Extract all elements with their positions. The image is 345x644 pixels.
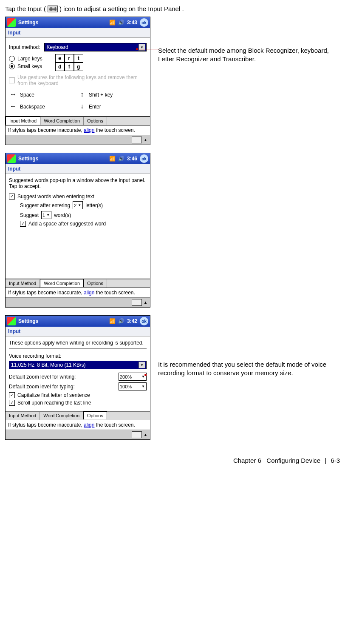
tab-input-method[interactable]: Input Method — [6, 279, 40, 288]
keycap-r: r — [65, 54, 74, 63]
tab-options[interactable]: Options — [83, 411, 107, 419]
label-letters: letter(s) — [85, 202, 103, 208]
label-voice-format: Voice recording format: — [9, 353, 147, 359]
start-icon[interactable] — [7, 18, 16, 27]
tab-bar: Input Method Word Completion Options — [6, 411, 150, 420]
hint-bar: If stylus taps become inaccurate, align … — [6, 420, 150, 430]
keycap-d: d — [55, 63, 65, 71]
tab-word-completion[interactable]: Word Completion — [40, 279, 84, 287]
chevron-down-icon: ▼ — [139, 362, 145, 368]
label-suggest-n: Suggest — [20, 212, 39, 218]
device-screenshot-2: Settings 📶 🔊 3:46 ok Input Suggested wor… — [5, 153, 150, 308]
volume-icon[interactable]: 🔊 — [118, 156, 124, 162]
checkbox-suggest-words[interactable] — [9, 194, 15, 199]
tab-input-method[interactable]: Input Method — [6, 117, 40, 125]
gesture-shift: Shift + key — [89, 92, 113, 98]
ok-button[interactable]: ok — [140, 317, 148, 325]
label-zoom-typing: Default zoom level for typing: — [9, 384, 75, 390]
sub-header: Input — [6, 327, 150, 336]
start-icon[interactable] — [7, 317, 16, 325]
sip-bar: ▲ — [6, 430, 150, 439]
gesture-text: Use gestures for the following keys and … — [17, 74, 147, 86]
desc-text: These options apply when writing or reco… — [9, 340, 147, 349]
radio-small-keys[interactable] — [9, 63, 15, 69]
desc-text: Suggested words pop-up in a window above… — [9, 177, 147, 189]
intro-before: Tap the Input ( — [5, 5, 46, 12]
chevron-down-icon: ▼ — [45, 213, 51, 217]
ok-button[interactable]: ok — [140, 18, 148, 27]
hint-bar: If stylus taps become inaccurate, align … — [6, 125, 150, 135]
hint-before: If stylus taps become inaccurate, — [8, 127, 84, 133]
tab-input-method[interactable]: Input Method — [6, 412, 40, 420]
chevron-down-icon: ▼ — [77, 203, 82, 207]
figure-row-1: Settings 📶 🔊 3:43 ok Input Input method:… — [5, 17, 340, 145]
gesture-backspace-icon: ← — [9, 103, 17, 111]
radio-large-keys[interactable] — [9, 56, 15, 62]
input-method-dropdown[interactable]: Keyboard ▼ — [44, 43, 147, 51]
voice-format-value: 11,025 Hz, 8 Bit, Mono (11 KB/s) — [11, 362, 85, 368]
sip-up-icon[interactable]: ▲ — [144, 138, 147, 142]
volume-icon[interactable]: 🔊 — [118, 20, 124, 26]
tab-options[interactable]: Options — [84, 117, 107, 125]
tab-options[interactable]: Options — [84, 279, 107, 288]
label-small-keys: Small keys — [17, 63, 42, 69]
dropdown-words[interactable]: 1▼ — [41, 211, 51, 219]
sip-keyboard-icon[interactable] — [132, 299, 142, 306]
footer-sep: | — [325, 457, 326, 464]
label-suggest-after: Suggest after entering — [20, 202, 70, 208]
sip-keyboard-icon[interactable] — [132, 137, 142, 143]
hint-after: the touch screen. — [94, 422, 135, 428]
sip-bar: ▲ — [6, 135, 150, 145]
sip-up-icon[interactable]: ▲ — [144, 433, 147, 437]
chevron-down-icon: ▼ — [139, 44, 145, 51]
keyboard-icon — [48, 6, 58, 12]
dropdown-zoom-typing[interactable]: 100%▼ — [119, 382, 147, 390]
hint-after: the touch screen. — [94, 290, 135, 296]
label-zoom-writing: Default zoom level for writing: — [9, 374, 76, 380]
device-screenshot-1: Settings 📶 🔊 3:43 ok Input Input method:… — [5, 17, 150, 145]
align-link[interactable]: align — [84, 422, 94, 428]
zoom-write-val: 200% — [120, 374, 137, 379]
start-icon[interactable] — [7, 154, 16, 163]
sip-keyboard-icon[interactable] — [132, 431, 142, 438]
callout-line — [146, 375, 159, 375]
checkbox-scroll[interactable] — [9, 400, 15, 406]
checkbox-add-space[interactable] — [20, 221, 26, 227]
chevron-down-icon: ▼ — [141, 385, 146, 388]
clock: 3:43 — [127, 20, 137, 26]
hint-after: the touch screen. — [94, 127, 135, 133]
gesture-backspace: Backspace — [20, 104, 45, 110]
signal-icon: 📶 — [109, 318, 116, 324]
volume-icon[interactable]: 🔊 — [118, 318, 124, 324]
dropdown-letters[interactable]: 2▼ — [73, 201, 83, 209]
footer-chapter: Chapter 6 — [233, 457, 261, 464]
figure-row-3: Settings 📶 🔊 3:42 ok Input These options… — [5, 315, 340, 440]
gesture-shift-icon: ↕ — [78, 91, 86, 99]
keycap-t: t — [74, 54, 83, 63]
sip-up-icon[interactable]: ▲ — [144, 300, 147, 305]
tab-bar: Input Method Word Completion Options — [6, 117, 150, 125]
align-link[interactable]: align — [84, 127, 94, 133]
hint-before: If stylus taps become inaccurate, — [8, 290, 84, 296]
keycap-f: f — [65, 63, 74, 71]
figure-row-2: Settings 📶 🔊 3:46 ok Input Suggested wor… — [5, 153, 340, 308]
tab-word-completion[interactable]: Word Completion — [40, 412, 83, 420]
annotation-1: Select the default mode among Block Reco… — [158, 17, 340, 64]
footer-title: Configuring Device — [266, 457, 320, 464]
titlebar: Settings 📶 🔊 3:46 ok — [6, 153, 150, 164]
voice-format-dropdown[interactable]: 11,025 Hz, 8 Bit, Mono (11 KB/s) ▼ — [9, 361, 147, 369]
window-title: Settings — [18, 318, 38, 324]
zoom-type-val: 100% — [120, 384, 137, 389]
gesture-space-icon: ↔ — [9, 91, 17, 99]
sip-bar: ▲ — [6, 297, 150, 307]
checkbox-capitalize[interactable] — [9, 392, 15, 398]
tab-word-completion[interactable]: Word Completion — [40, 117, 84, 125]
label-suggest-words: Suggest words when entering text — [17, 194, 94, 199]
clock: 3:42 — [127, 318, 137, 324]
tab-bar: Input Method Word Completion Options — [6, 279, 150, 288]
gesture-enter: Enter — [89, 104, 101, 110]
dropdown-zoom-writing[interactable]: 200%▼ — [119, 373, 147, 381]
ok-button[interactable]: ok — [140, 154, 148, 163]
align-link[interactable]: align — [84, 290, 94, 296]
input-method-value: Keyboard — [46, 44, 68, 50]
